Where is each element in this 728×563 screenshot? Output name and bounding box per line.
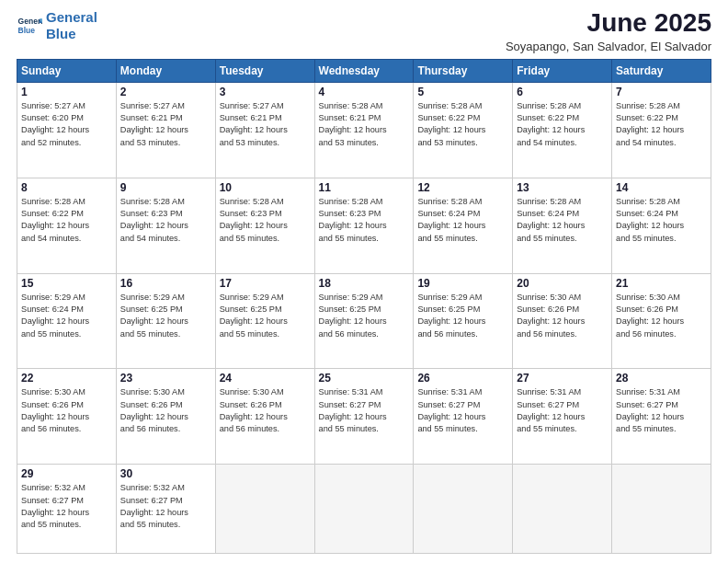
day-info: Sunrise: 5:28 AM Sunset: 6:23 PM Dayligh… xyxy=(319,196,410,245)
day-number: 8 xyxy=(21,181,112,194)
day-info: Sunrise: 5:30 AM Sunset: 6:26 PM Dayligh… xyxy=(220,386,311,435)
day-info: Sunrise: 5:29 AM Sunset: 6:24 PM Dayligh… xyxy=(21,292,112,340)
calendar-header-row: Sunday Monday Tuesday Wednesday Thursday… xyxy=(17,59,711,82)
table-row: 4Sunrise: 5:28 AM Sunset: 6:21 PM Daylig… xyxy=(314,82,414,178)
day-number: 7 xyxy=(616,86,707,98)
day-info: Sunrise: 5:31 AM Sunset: 6:27 PM Dayligh… xyxy=(517,386,608,435)
table-row: 30Sunrise: 5:32 AM Sunset: 6:27 PM Dayli… xyxy=(116,465,215,554)
day-info: Sunrise: 5:28 AM Sunset: 6:23 PM Dayligh… xyxy=(220,196,311,245)
day-number: 25 xyxy=(319,372,410,385)
day-info: Sunrise: 5:28 AM Sunset: 6:24 PM Dayligh… xyxy=(417,196,508,245)
day-number: 19 xyxy=(417,277,508,290)
day-info: Sunrise: 5:29 AM Sunset: 6:25 PM Dayligh… xyxy=(319,292,410,340)
logo: General Blue General Blue xyxy=(17,9,97,42)
day-info: Sunrise: 5:28 AM Sunset: 6:21 PM Dayligh… xyxy=(319,100,410,149)
logo-icon: General Blue xyxy=(17,13,42,39)
day-number: 28 xyxy=(616,372,707,385)
day-info: Sunrise: 5:29 AM Sunset: 6:25 PM Dayligh… xyxy=(417,292,508,340)
day-number: 21 xyxy=(616,277,707,290)
day-number: 26 xyxy=(417,372,508,385)
day-number: 11 xyxy=(319,181,410,194)
table-row: 13Sunrise: 5:28 AM Sunset: 6:24 PM Dayli… xyxy=(513,178,612,273)
day-info: Sunrise: 5:28 AM Sunset: 6:22 PM Dayligh… xyxy=(517,100,608,149)
day-info: Sunrise: 5:29 AM Sunset: 6:25 PM Dayligh… xyxy=(120,292,211,340)
table-row: 12Sunrise: 5:28 AM Sunset: 6:24 PM Dayli… xyxy=(414,178,513,273)
day-info: Sunrise: 5:29 AM Sunset: 6:25 PM Dayligh… xyxy=(220,292,311,340)
day-number: 3 xyxy=(220,86,311,98)
table-row xyxy=(314,465,414,554)
table-row: 15Sunrise: 5:29 AM Sunset: 6:24 PM Dayli… xyxy=(17,273,117,369)
day-number: 27 xyxy=(517,372,608,385)
day-number: 13 xyxy=(517,181,608,194)
table-row: 27Sunrise: 5:31 AM Sunset: 6:27 PM Dayli… xyxy=(513,369,612,465)
table-row: 10Sunrise: 5:28 AM Sunset: 6:23 PM Dayli… xyxy=(215,178,314,273)
day-info: Sunrise: 5:27 AM Sunset: 6:21 PM Dayligh… xyxy=(220,100,311,149)
day-info: Sunrise: 5:31 AM Sunset: 6:27 PM Dayligh… xyxy=(319,386,410,435)
day-info: Sunrise: 5:30 AM Sunset: 6:26 PM Dayligh… xyxy=(120,386,211,435)
title-block: June 2025 Soyapango, San Salvador, El Sa… xyxy=(506,9,711,53)
day-info: Sunrise: 5:31 AM Sunset: 6:27 PM Dayligh… xyxy=(417,386,508,435)
table-row xyxy=(414,465,513,554)
table-row: 18Sunrise: 5:29 AM Sunset: 6:25 PM Dayli… xyxy=(314,273,414,369)
day-number: 4 xyxy=(319,86,410,98)
svg-text:Blue: Blue xyxy=(18,26,36,35)
day-info: Sunrise: 5:28 AM Sunset: 6:22 PM Dayligh… xyxy=(616,100,707,149)
table-row: 1Sunrise: 5:27 AM Sunset: 6:20 PM Daylig… xyxy=(17,82,117,178)
table-row: 23Sunrise: 5:30 AM Sunset: 6:26 PM Dayli… xyxy=(116,369,215,465)
table-row xyxy=(612,465,711,554)
title-month: June 2025 xyxy=(506,9,711,38)
table-row: 2Sunrise: 5:27 AM Sunset: 6:21 PM Daylig… xyxy=(116,82,215,178)
table-row: 20Sunrise: 5:30 AM Sunset: 6:26 PM Dayli… xyxy=(513,273,612,369)
table-row: 21Sunrise: 5:30 AM Sunset: 6:26 PM Dayli… xyxy=(612,273,711,369)
table-row: 26Sunrise: 5:31 AM Sunset: 6:27 PM Dayli… xyxy=(414,369,513,465)
svg-text:General: General xyxy=(18,17,42,26)
col-wednesday: Wednesday xyxy=(314,59,414,82)
day-number: 10 xyxy=(220,181,311,194)
table-row: 5Sunrise: 5:28 AM Sunset: 6:22 PM Daylig… xyxy=(414,82,513,178)
day-number: 6 xyxy=(517,86,608,98)
day-number: 16 xyxy=(120,277,211,290)
header: General Blue General Blue June 2025 Soya… xyxy=(17,9,711,53)
day-number: 14 xyxy=(616,181,707,194)
col-monday: Monday xyxy=(116,59,215,82)
day-info: Sunrise: 5:32 AM Sunset: 6:27 PM Dayligh… xyxy=(120,482,211,531)
day-number: 20 xyxy=(517,277,608,290)
day-info: Sunrise: 5:27 AM Sunset: 6:21 PM Dayligh… xyxy=(120,100,211,149)
day-info: Sunrise: 5:28 AM Sunset: 6:22 PM Dayligh… xyxy=(417,100,508,149)
day-number: 9 xyxy=(120,181,211,194)
table-row: 9Sunrise: 5:28 AM Sunset: 6:23 PM Daylig… xyxy=(116,178,215,273)
day-info: Sunrise: 5:30 AM Sunset: 6:26 PM Dayligh… xyxy=(21,386,112,435)
day-number: 22 xyxy=(21,372,112,385)
table-row: 29Sunrise: 5:32 AM Sunset: 6:27 PM Dayli… xyxy=(17,465,117,554)
table-row: 8Sunrise: 5:28 AM Sunset: 6:22 PM Daylig… xyxy=(17,178,117,273)
day-number: 30 xyxy=(120,467,211,480)
day-info: Sunrise: 5:30 AM Sunset: 6:26 PM Dayligh… xyxy=(517,292,608,340)
table-row: 19Sunrise: 5:29 AM Sunset: 6:25 PM Dayli… xyxy=(414,273,513,369)
day-number: 17 xyxy=(220,277,311,290)
day-info: Sunrise: 5:28 AM Sunset: 6:24 PM Dayligh… xyxy=(517,196,608,245)
table-row: 17Sunrise: 5:29 AM Sunset: 6:25 PM Dayli… xyxy=(215,273,314,369)
day-number: 29 xyxy=(21,467,112,480)
table-row: 28Sunrise: 5:31 AM Sunset: 6:27 PM Dayli… xyxy=(612,369,711,465)
logo-text: General Blue xyxy=(46,9,97,42)
day-number: 18 xyxy=(319,277,410,290)
day-number: 1 xyxy=(21,86,112,98)
day-info: Sunrise: 5:30 AM Sunset: 6:26 PM Dayligh… xyxy=(616,292,707,340)
table-row: 24Sunrise: 5:30 AM Sunset: 6:26 PM Dayli… xyxy=(215,369,314,465)
day-number: 5 xyxy=(417,86,508,98)
col-friday: Friday xyxy=(513,59,612,82)
day-info: Sunrise: 5:28 AM Sunset: 6:23 PM Dayligh… xyxy=(120,196,211,245)
table-row xyxy=(215,465,314,554)
col-saturday: Saturday xyxy=(612,59,711,82)
col-thursday: Thursday xyxy=(414,59,513,82)
table-row: 6Sunrise: 5:28 AM Sunset: 6:22 PM Daylig… xyxy=(513,82,612,178)
col-sunday: Sunday xyxy=(17,59,117,82)
page: General Blue General Blue June 2025 Soya… xyxy=(0,0,728,563)
day-info: Sunrise: 5:27 AM Sunset: 6:20 PM Dayligh… xyxy=(21,100,112,149)
day-info: Sunrise: 5:28 AM Sunset: 6:24 PM Dayligh… xyxy=(616,196,707,245)
table-row: 25Sunrise: 5:31 AM Sunset: 6:27 PM Dayli… xyxy=(314,369,414,465)
table-row: 22Sunrise: 5:30 AM Sunset: 6:26 PM Dayli… xyxy=(17,369,117,465)
table-row: 11Sunrise: 5:28 AM Sunset: 6:23 PM Dayli… xyxy=(314,178,414,273)
day-number: 15 xyxy=(21,277,112,290)
day-number: 24 xyxy=(220,372,311,385)
